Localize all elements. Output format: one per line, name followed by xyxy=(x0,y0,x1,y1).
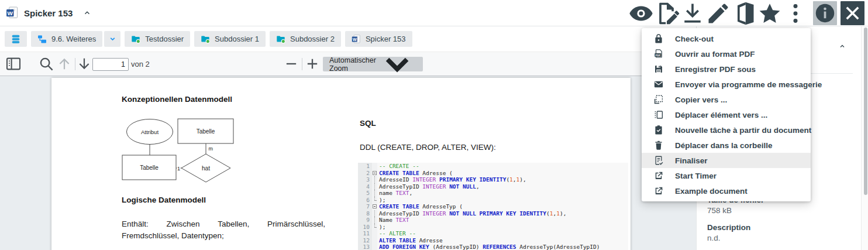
star-icon xyxy=(757,1,783,26)
code-fold-gutter xyxy=(372,203,377,210)
close-icon xyxy=(841,1,864,25)
file-edit-icon xyxy=(654,1,680,26)
code-line-text: ); xyxy=(377,197,385,204)
code-line-number: 10 xyxy=(358,224,372,231)
code-line-number: 8 xyxy=(358,210,372,217)
code-line-number: 11 xyxy=(358,230,372,237)
menu-item-label: Déplacer élément vers ... xyxy=(675,111,767,119)
breadcrumb-item-dossier[interactable]: Subdossier 2 xyxy=(270,31,341,47)
panel-fields: Taille de fichier758 kBDescriptionn.d. xyxy=(707,195,764,250)
favorite-button[interactable] xyxy=(757,0,783,26)
search-icon xyxy=(37,55,55,73)
more-actions-button[interactable] xyxy=(783,0,808,26)
code-fold-gutter xyxy=(372,190,377,197)
diagram-attribute-label: Attribut xyxy=(141,129,159,135)
kebab-icon xyxy=(783,1,808,26)
code-line: 1-- CREATE -- xyxy=(358,163,628,170)
code-line-number: 9 xyxy=(358,217,372,224)
code-line-number: 5 xyxy=(358,190,372,197)
menu-item-label: Ouvrir au format PDF xyxy=(675,50,755,59)
doc-heading-conceptual: Konzeptionellen Datenmodell xyxy=(122,95,232,104)
next-page-button[interactable] xyxy=(76,52,92,76)
diagram-table-left-label: Tabelle xyxy=(140,165,159,171)
page-number-input[interactable] xyxy=(92,58,129,71)
breadcrumb-item-dossier[interactable]: Testdossier xyxy=(125,31,190,47)
info-icon xyxy=(813,1,837,25)
menu-item-move-element-to[interactable]: Déplacer élément vers ... xyxy=(642,107,811,122)
menu-item-finalize[interactable]: Finaliser xyxy=(642,153,811,168)
edit-button[interactable] xyxy=(705,0,731,26)
sql-code-block: 1-- CREATE --2CREATE TABLE Adresse (3Adr… xyxy=(358,163,628,250)
code-line: 6); xyxy=(358,197,628,204)
menu-item-start-timer[interactable]: Start Timer xyxy=(642,168,811,183)
breadcrumb: 9.6. WeiteresTestdossierSubdossier 1Subd… xyxy=(0,26,696,52)
menu-item-check-out[interactable]: Check-out xyxy=(642,31,811,46)
svg-text:W: W xyxy=(353,36,357,42)
menu-item-label: Example document xyxy=(675,187,748,196)
folder-icon xyxy=(201,35,210,44)
task-icon xyxy=(653,125,664,135)
trash-icon xyxy=(653,140,664,150)
code-fold-gutter xyxy=(372,224,377,231)
app-window: W Spicker 153 9.6. WeiteresTestdossierSu… xyxy=(0,0,868,250)
info-button[interactable] xyxy=(813,1,837,25)
chevron-down-icon xyxy=(376,43,418,85)
breadcrumb-item-repository[interactable] xyxy=(5,31,27,47)
word-document-icon: W xyxy=(6,6,19,19)
title-collapse-button[interactable] xyxy=(80,5,95,20)
menu-item-save-pdf-as[interactable]: Enregistrer PDF sous xyxy=(642,61,811,77)
code-line-text: name TEXT, xyxy=(377,190,412,197)
code-line-text: ); xyxy=(377,224,385,231)
menu-item-label: Envoyer via programme de messagerie xyxy=(675,80,822,89)
panel-collapse-button[interactable] xyxy=(835,39,849,53)
lock-icon xyxy=(653,33,664,44)
previous-page-button[interactable] xyxy=(56,52,73,76)
menu-item-label: Start Timer xyxy=(675,172,717,180)
pdf-viewport: Konzeptionellen Datenmodell Attribut Tab… xyxy=(0,76,696,250)
pdf-icon: PDF xyxy=(653,49,664,59)
vertical-scrollbar-thumb[interactable] xyxy=(864,28,867,195)
code-fold-gutter xyxy=(372,210,377,217)
code-line-text: CREATE TABLE AdresseTyp ( xyxy=(377,203,463,210)
open-in-office-button[interactable] xyxy=(731,0,757,26)
find-button[interactable] xyxy=(37,52,55,76)
zoom-in-button[interactable] xyxy=(304,52,321,76)
chevron-up-icon xyxy=(83,9,91,17)
close-button[interactable] xyxy=(841,1,864,25)
folder-icon xyxy=(131,35,140,44)
code-line-number: 1 xyxy=(358,163,372,170)
page-title: Spicker 153 xyxy=(24,8,73,18)
menu-item-open-as-pdf[interactable]: PDFOuvrir au format PDF xyxy=(642,46,811,61)
zoom-mode-select[interactable]: Automatischer Zoom xyxy=(323,57,423,71)
code-fold-gutter xyxy=(372,197,377,204)
sidebar-toggle-button[interactable] xyxy=(5,52,22,76)
breadcrumb-item-category[interactable]: 9.6. Weiteres xyxy=(31,31,102,47)
code-line: 13ADD FOREIGN KEY (AdresseTypID) REFEREN… xyxy=(358,244,628,250)
pdf-toolbar: von 2 Automatischer Zoom xyxy=(0,52,696,76)
menu-item-label: Enregistrer PDF sous xyxy=(675,65,756,74)
chevron-down-blue-icon xyxy=(108,35,117,44)
pencil-icon xyxy=(705,1,731,26)
menu-item-send-via-mail[interactable]: Envoyer via programme de messagerie xyxy=(642,77,811,92)
panel-field-value: 758 kB xyxy=(707,206,764,216)
preview-button[interactable] xyxy=(628,0,654,26)
breadcrumb-item-dossier[interactable]: Subdossier 1 xyxy=(194,31,266,47)
page-count-label: von 2 xyxy=(131,52,150,76)
download-button[interactable] xyxy=(680,0,705,26)
toolbar-divider xyxy=(75,58,75,70)
menu-item-new-task-from-document[interactable]: Nouvelle tâche à partir du document xyxy=(642,122,811,138)
menu-item-copy-to[interactable]: Copier vers ... xyxy=(642,92,811,107)
zoom-out-button[interactable] xyxy=(283,52,299,76)
menu-item-example-document[interactable]: Example document xyxy=(642,183,811,198)
save-icon xyxy=(653,64,664,74)
checkout-and-edit-button[interactable] xyxy=(654,0,680,26)
code-line: 10); xyxy=(358,224,628,231)
code-line-number: 3 xyxy=(358,176,372,183)
sidebar-toggle-icon xyxy=(5,55,22,73)
svg-text:PDF: PDF xyxy=(656,54,661,57)
copy-icon xyxy=(653,94,664,105)
menu-item-move-to-trash[interactable]: Déplacer dans la corbeille xyxy=(642,138,811,153)
breadcrumb-dropdown-button[interactable] xyxy=(104,31,120,47)
code-line-text: AdresseID INTEGER PRIMARY KEY IDENTITY(1… xyxy=(377,176,526,183)
menu-item-label: Copier vers ... xyxy=(675,95,727,104)
